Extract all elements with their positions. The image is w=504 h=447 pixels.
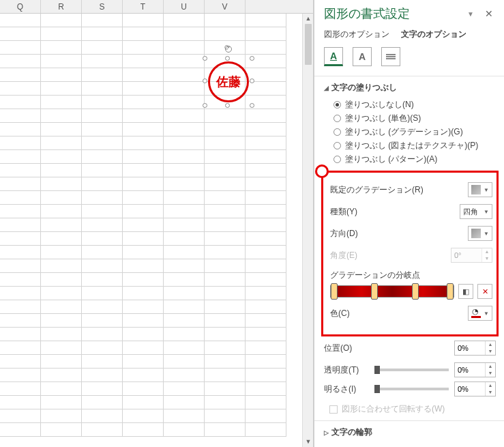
section-text-fill[interactable]: 文字の塗りつぶし: [324, 82, 496, 93]
text-fill-outline-icon[interactable]: A: [324, 47, 343, 66]
radio-picture-fill[interactable]: 塗りつぶし (図またはテクスチャ)(P): [333, 140, 496, 152]
textbox-icon[interactable]: [381, 47, 400, 66]
section-text-outline[interactable]: 文字の輪郭: [324, 427, 496, 438]
resize-handle[interactable]: [225, 103, 230, 108]
resize-handle[interactable]: [250, 78, 254, 83]
position-input[interactable]: ▲▼: [454, 341, 496, 356]
transparency-input[interactable]: ▲▼: [454, 362, 496, 377]
col-header[interactable]: S: [82, 0, 123, 13]
label-angle: 角度(E): [330, 250, 451, 261]
cell-grid[interactable]: document.write(Array.from({length:31},()…: [0, 14, 313, 437]
expand-icon: [324, 85, 329, 91]
worksheet-area[interactable]: Q R S T U V document.write(Array.from({l…: [0, 0, 314, 447]
label-brightness: 明るさ(I): [324, 384, 369, 395]
annotation-marker-icon: [315, 164, 329, 178]
selected-shape-stamp[interactable]: 佐藤: [205, 58, 252, 106]
scroll-up-icon[interactable]: ▲: [303, 14, 314, 24]
pane-menu-icon[interactable]: ▼: [467, 10, 474, 18]
resize-handle[interactable]: [203, 103, 207, 108]
column-headers: Q R S T U V: [0, 0, 313, 14]
resize-handle[interactable]: [203, 78, 207, 83]
preset-gradient-dropdown[interactable]: ▼: [468, 182, 492, 197]
expand-icon: [324, 429, 329, 436]
option-tabs: 図形のオプション 文字のオプション: [324, 29, 496, 40]
tab-shape-options[interactable]: 図形のオプション: [324, 29, 389, 39]
radio-solid-fill[interactable]: 塗りつぶし (単色)(S): [333, 113, 496, 124]
resize-handle[interactable]: [203, 56, 207, 61]
gradient-stop[interactable]: [412, 283, 419, 300]
scroll-down-icon[interactable]: ▼: [303, 437, 314, 447]
col-header[interactable]: V: [205, 0, 246, 13]
pane-title: 図形の書式設定: [324, 5, 410, 22]
resize-handle[interactable]: [250, 56, 254, 61]
brightness-slider[interactable]: [374, 388, 449, 390]
label-direction: 方向(D): [330, 228, 468, 240]
add-stop-button[interactable]: ◧: [458, 284, 473, 299]
gradient-stop[interactable]: [447, 283, 454, 300]
label-type: 種類(Y): [330, 206, 460, 218]
scroll-thumb[interactable]: [305, 24, 312, 65]
rotate-handle[interactable]: [225, 46, 232, 53]
annotation-highlight: 既定のグラデーション(R) ▼ 種類(Y) 四角▼ 方向(D) ▼ 角度(E) …: [321, 171, 499, 336]
label-color: 色(C): [330, 308, 468, 319]
gradient-stops-track[interactable]: [330, 285, 454, 298]
label-position: 位置(O): [324, 343, 454, 354]
stamp-circle: 佐藤: [208, 61, 249, 102]
rotate-with-shape-checkbox: 図形に合わせて回転する(W): [329, 403, 496, 415]
gradient-stop[interactable]: [331, 283, 338, 300]
label-transparency: 透明度(T): [324, 364, 369, 376]
resize-handle[interactable]: [225, 56, 230, 61]
text-effects-icon[interactable]: A: [353, 47, 372, 66]
col-header[interactable]: R: [41, 0, 82, 13]
color-dropdown[interactable]: ▼: [468, 306, 492, 321]
col-header[interactable]: T: [123, 0, 164, 13]
label-gradient-stops: グラデーションの分岐点: [330, 270, 492, 281]
brightness-input[interactable]: ▲▼: [454, 381, 496, 396]
radio-pattern-fill[interactable]: 塗りつぶし (パターン)(A): [333, 154, 496, 165]
gradient-type-dropdown[interactable]: 四角▼: [460, 204, 492, 219]
col-header[interactable]: Q: [0, 0, 41, 13]
direction-dropdown[interactable]: ▼: [468, 226, 492, 241]
gradient-stop[interactable]: [371, 283, 378, 300]
format-shape-pane: 図形の書式設定 ▼ ✕ 図形のオプション 文字のオプション A A 文字の塗りつ…: [314, 0, 504, 447]
label-preset-gradient: 既定のグラデーション(R): [330, 184, 468, 196]
col-header[interactable]: U: [164, 0, 205, 13]
resize-handle[interactable]: [250, 103, 254, 108]
tab-text-options[interactable]: 文字のオプション: [401, 29, 466, 39]
angle-input: ▲▼: [451, 248, 492, 263]
radio-gradient-fill[interactable]: 塗りつぶし (グラデーション)(G): [333, 126, 496, 138]
transparency-slider[interactable]: [374, 369, 449, 371]
radio-no-fill[interactable]: 塗りつぶしなし(N): [333, 99, 496, 111]
remove-stop-button[interactable]: ✕: [477, 284, 492, 299]
close-icon[interactable]: ✕: [482, 8, 496, 19]
vertical-scrollbar[interactable]: ▲ ▼: [302, 14, 313, 447]
stamp-text: 佐藤: [216, 76, 241, 88]
